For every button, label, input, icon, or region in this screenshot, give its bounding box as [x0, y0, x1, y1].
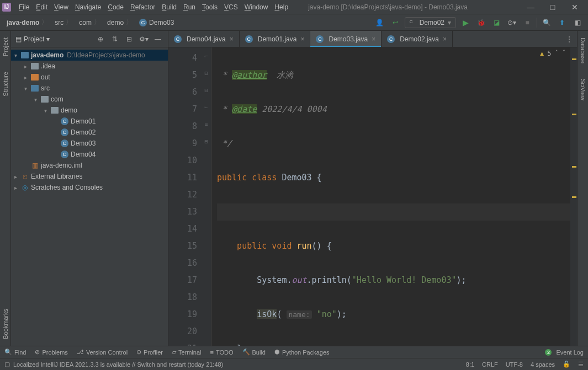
- project-tool-tab[interactable]: Project: [1, 35, 10, 58]
- status-message[interactable]: Localized IntelliJ IDEA 2021.3.3 is avai…: [13, 361, 223, 368]
- file-encoding[interactable]: UTF-8: [506, 361, 523, 368]
- title-bar: IJ FileEditViewNavigateCodeRefactorBuild…: [0, 0, 588, 14]
- breadcrumb-src[interactable]: src〉: [52, 17, 77, 28]
- ide-settings-icon[interactable]: ◧: [571, 17, 584, 29]
- breadcrumb-demo[interactable]: demo〉: [105, 17, 137, 28]
- select-opened-file-icon[interactable]: ⊕: [95, 34, 106, 45]
- readonly-lock-icon[interactable]: 🔓: [563, 361, 570, 368]
- left-tool-strip: Project Structure Bookmarks: [0, 31, 11, 346]
- tree-demo03[interactable]: CDemo03: [11, 138, 168, 149]
- maximize-button[interactable]: □: [542, 0, 564, 14]
- close-tab-icon[interactable]: ×: [230, 35, 234, 43]
- line-separator[interactable]: CRLF: [482, 361, 498, 368]
- run-configuration-dropdown[interactable]: C Demo02 ▾: [405, 17, 456, 28]
- update-button[interactable]: ⬆: [556, 17, 568, 29]
- database-tool-tab[interactable]: Database: [579, 35, 587, 66]
- tree-demo[interactable]: ▾demo: [11, 105, 168, 116]
- minimize-button[interactable]: ―: [520, 0, 542, 14]
- tree-src[interactable]: ▾src: [11, 83, 168, 94]
- expand-all-icon[interactable]: ⇅: [109, 34, 120, 45]
- project-tree: ▾java-demoD:\IdeaProjects\java-demo ▸.id…: [11, 47, 168, 195]
- tree-scratches[interactable]: ▸◎Scratches and Consoles: [11, 182, 168, 193]
- tree-com[interactable]: ▾com: [11, 94, 168, 105]
- structure-tool-tab[interactable]: Structure: [1, 69, 10, 99]
- close-tab-icon[interactable]: ×: [443, 35, 447, 43]
- memory-icon[interactable]: ☰: [578, 361, 584, 368]
- problems-tool[interactable]: ⊘ Problems: [35, 348, 67, 356]
- menu-window[interactable]: Window: [241, 2, 272, 13]
- tab-demo04-java[interactable]: CDemo04.java×: [168, 31, 240, 47]
- menu-edit[interactable]: Edit: [33, 2, 51, 13]
- back-icon[interactable]: ↩: [389, 17, 401, 29]
- tree-demo01[interactable]: CDemo01: [11, 116, 168, 127]
- sciview-tool-tab[interactable]: SciView: [579, 77, 587, 103]
- tree-demo04[interactable]: CDemo04: [11, 149, 168, 160]
- marker-strip[interactable]: [570, 47, 577, 346]
- menu-file[interactable]: File: [15, 2, 33, 13]
- editor-tabs: CDemo04.java×CDemo01.java×CDemo03.java×C…: [168, 31, 577, 47]
- tab-demo02-java[interactable]: CDemo02.java×: [382, 31, 453, 47]
- tab-demo01-java[interactable]: CDemo01.java×: [240, 31, 311, 47]
- caret-position[interactable]: 8:1: [466, 361, 474, 368]
- project-panel-title[interactable]: ▤ Project ▾: [15, 35, 92, 43]
- build-tool[interactable]: 🔨 Build: [242, 348, 266, 356]
- warning-icon: ▲: [540, 50, 544, 57]
- tree-iml[interactable]: ▥java-demo.iml: [11, 160, 168, 171]
- stop-button[interactable]: ■: [521, 17, 533, 29]
- menu-build[interactable]: Build: [158, 2, 180, 13]
- tab-demo03-java[interactable]: CDemo03.java×: [310, 31, 382, 47]
- breadcrumb-com[interactable]: com〉: [77, 17, 105, 28]
- close-button[interactable]: ✕: [564, 0, 586, 14]
- tree-idea[interactable]: ▸.idea: [11, 61, 168, 72]
- menu-navigate[interactable]: Navigate: [72, 2, 104, 13]
- project-panel: ▤ Project ▾ ⊕ ⇅ ⊟ ⚙▾ — ▾java-demoD:\Idea…: [11, 31, 168, 346]
- close-tab-icon[interactable]: ×: [372, 35, 375, 43]
- debug-button[interactable]: 🐞: [475, 17, 487, 29]
- profile-button[interactable]: ⊙▾: [506, 17, 518, 29]
- search-button[interactable]: 🔍: [541, 17, 553, 29]
- profiler-tool[interactable]: ⊙ Profiler: [136, 348, 163, 356]
- main-menu: FileEditViewNavigateCodeRefactorBuildRun…: [15, 2, 292, 13]
- tree-demo02[interactable]: CDemo02: [11, 127, 168, 138]
- tree-external-libs[interactable]: ▸⏍External Libraries: [11, 171, 168, 182]
- collapse-all-icon[interactable]: ⊟: [124, 34, 135, 45]
- menu-tools[interactable]: Tools: [199, 2, 221, 13]
- menu-code[interactable]: Code: [104, 2, 127, 13]
- code-editor[interactable]: 456789101112131415161718192021 ⌐⊟⊟⌙≡⊟ * …: [168, 47, 577, 346]
- tree-out[interactable]: ▸out: [11, 72, 168, 83]
- right-tool-strip: Database SciView: [577, 31, 588, 346]
- coverage-button[interactable]: ◪: [490, 17, 502, 29]
- tree-root[interactable]: ▾java-demoD:\IdeaProjects\java-demo: [11, 50, 168, 61]
- status-bar: ▢ Localized IntelliJ IDEA 2021.3.3 is av…: [0, 358, 588, 370]
- event-log-tool[interactable]: 2Event Log: [545, 349, 584, 356]
- terminal-tool[interactable]: ▱ Terminal: [172, 348, 202, 356]
- editor-area: CDemo04.java×CDemo01.java×CDemo03.java×C…: [168, 31, 577, 346]
- indent-setting[interactable]: 4 spaces: [531, 361, 555, 368]
- menu-help[interactable]: Help: [271, 2, 292, 13]
- todo-tool[interactable]: ≡ TODO: [210, 349, 234, 356]
- menu-run[interactable]: Run: [180, 2, 199, 13]
- intellij-logo-icon: IJ: [2, 3, 11, 12]
- python-packages-tool[interactable]: ⬢ Python Packages: [274, 348, 330, 356]
- run-button[interactable]: ▶: [459, 17, 472, 29]
- find-tool[interactable]: 🔍 Find: [4, 348, 26, 356]
- tabs-menu-icon[interactable]: ⋮: [561, 31, 577, 47]
- menu-view[interactable]: View: [51, 2, 72, 13]
- hide-tool-windows-icon[interactable]: ▢: [4, 361, 10, 368]
- fold-gutter[interactable]: ⌐⊟⊟⌙≡⊟: [202, 47, 211, 346]
- line-number-gutter: 456789101112131415161718192021: [168, 47, 202, 346]
- panel-settings-icon[interactable]: ⚙▾: [138, 34, 149, 45]
- menu-vcs[interactable]: VCS: [221, 2, 241, 13]
- bookmarks-tool-tab[interactable]: Bookmarks: [1, 307, 10, 341]
- add-user-icon[interactable]: 👤: [374, 17, 386, 29]
- hide-panel-icon[interactable]: —: [152, 34, 163, 45]
- code-content[interactable]: * @author 水滴 * @date 2022/4/4 0004 */ pu…: [211, 47, 570, 346]
- menu-refactor[interactable]: Refactor: [127, 2, 158, 13]
- window-title: java-demo [D:\IdeaProjects\java-demo] - …: [292, 3, 520, 11]
- breadcrumb-project[interactable]: java-demo〉: [4, 17, 52, 28]
- inspection-status[interactable]: ▲ 5 ˆ ˇ: [540, 50, 566, 57]
- close-tab-icon[interactable]: ×: [300, 35, 304, 43]
- vcs-tool[interactable]: ⎇ Version Control: [77, 348, 128, 356]
- bottom-tool-bar: 🔍 Find ⊘ Problems ⎇ Version Control ⊙ Pr…: [0, 346, 588, 358]
- breadcrumb-class[interactable]: CDemo03: [137, 18, 176, 28]
